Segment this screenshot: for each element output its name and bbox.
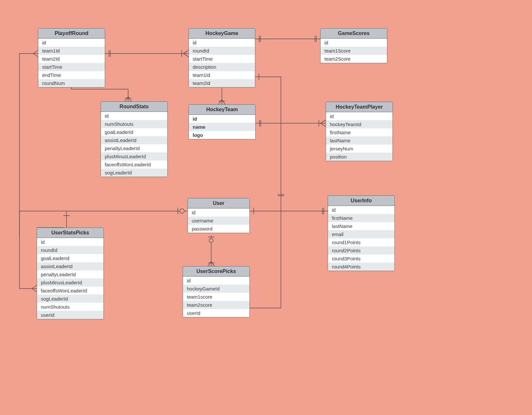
entity-userscorepicks: UserScorePicks id hockeyGameId team1scor… xyxy=(183,266,250,317)
attr: sogLeaderId xyxy=(101,169,167,177)
entity-playoffround: PlayoffRound id team1Id team2Id startTim… xyxy=(38,28,105,88)
entity-title: HockeyGame xyxy=(189,29,255,39)
attr: round4Points xyxy=(328,263,394,271)
attr: id xyxy=(189,39,255,47)
attr: team2Id xyxy=(38,55,105,63)
attr: numShutouts xyxy=(37,303,103,311)
attr: endTime xyxy=(38,71,105,79)
entity-hockeyteam: HockeyTeam id name logo xyxy=(188,104,256,139)
attr: id xyxy=(189,115,255,123)
attr: userId xyxy=(37,311,103,319)
attr: team2Id xyxy=(189,79,255,87)
entity-title: User xyxy=(188,198,249,208)
attr: faceoffsWonLeaderId xyxy=(37,287,103,295)
attr: password xyxy=(188,225,249,233)
attr: startTime xyxy=(38,63,105,71)
attr: id xyxy=(320,39,387,47)
entity-gamescores: GameScores id team1Score team2Score xyxy=(320,28,387,63)
attr: id xyxy=(326,112,393,120)
entity-hockeyteamplayer: HockeyTeamPlayer id hockeyTeamId firstNa… xyxy=(326,102,393,161)
entity-title: UserStatsPicks xyxy=(37,228,103,238)
attr: roundNum xyxy=(38,79,105,87)
attr: plusMinusLeaderId xyxy=(37,279,103,287)
entity-title: HockeyTeamPlayer xyxy=(326,102,393,112)
attr: id xyxy=(183,277,249,285)
attr: lastName xyxy=(326,136,393,145)
entity-hockeygame: HockeyGame id roundId startTime descript… xyxy=(188,28,255,88)
attr: team1Score xyxy=(320,47,387,55)
attr: goalLeaderId xyxy=(37,254,103,262)
attr: team2score xyxy=(183,301,249,309)
attr: round2Points xyxy=(328,246,394,255)
attr: id xyxy=(38,39,105,47)
attr: lastName xyxy=(328,222,394,230)
attr: assistLeaderId xyxy=(101,136,167,144)
attr: firstName xyxy=(328,214,394,222)
attr: id xyxy=(328,206,394,214)
attr: email xyxy=(328,230,394,238)
attr: hockeyTeamId xyxy=(326,120,393,128)
entity-title: PlayoffRound xyxy=(38,29,105,39)
attr: assistLeaderId xyxy=(37,262,103,270)
attr: position xyxy=(326,153,393,161)
attr: roundId xyxy=(189,47,255,55)
entity-title: RoundStats xyxy=(101,102,167,112)
attr: username xyxy=(188,217,249,225)
attr: logo xyxy=(189,131,255,139)
attr: team1Id xyxy=(189,71,255,79)
entity-roundstats: RoundStats id numShutouts goalLeaderId a… xyxy=(101,101,168,177)
svg-point-16 xyxy=(180,209,184,213)
entity-title: GameScores xyxy=(320,29,387,39)
entity-user: User id username password xyxy=(187,198,250,233)
attr: numShutouts xyxy=(101,120,167,128)
entity-userinfo: UserInfo id firstName lastName email rou… xyxy=(328,196,395,271)
attr: round3Points xyxy=(328,255,394,263)
attr: startTime xyxy=(189,55,255,63)
entity-title: UserScorePicks xyxy=(183,267,249,277)
attr: sogLeaderId xyxy=(37,295,103,303)
svg-point-13 xyxy=(209,239,213,243)
entity-userstatspicks: UserStatsPicks id roundId goalLeaderId a… xyxy=(37,228,104,319)
attr: userId xyxy=(183,309,249,317)
attr: roundId xyxy=(37,246,103,254)
attr: description xyxy=(189,63,255,71)
attr: goalLeaderId xyxy=(101,128,167,136)
attr: plusMinusLeaderId xyxy=(101,152,167,160)
attr: hockeyGameId xyxy=(183,285,249,293)
attr: faceoffsWonLeaderId xyxy=(101,160,167,169)
attr: id xyxy=(188,208,249,217)
attr: team2Score xyxy=(320,55,387,63)
attr: round1Points xyxy=(328,238,394,246)
attr: team1score xyxy=(183,293,249,301)
entity-title: HockeyTeam xyxy=(189,105,255,115)
attr: penaltyLeaderId xyxy=(37,270,103,279)
attr: jerseyNum xyxy=(326,145,393,153)
attr: id xyxy=(101,112,167,120)
attr: penaltyLeaderId xyxy=(101,144,167,152)
attr: id xyxy=(37,238,103,246)
attr: name xyxy=(189,123,255,131)
entity-title: UserInfo xyxy=(328,196,394,206)
attr: firstName xyxy=(326,128,393,136)
attr: team1Id xyxy=(38,47,105,55)
